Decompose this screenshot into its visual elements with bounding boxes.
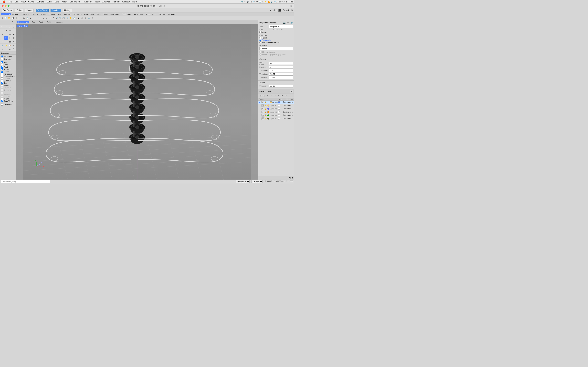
perspective-radio-item[interactable]: Perspective — [259, 39, 293, 41]
smart-track-button[interactable]: SmartTrack — [36, 9, 49, 12]
point-tool[interactable]: · — [0, 28, 4, 32]
menu-edit[interactable]: Edit — [14, 0, 19, 3]
snap-tangent[interactable]: Tangent — [1, 77, 15, 80]
menu-help[interactable]: Help — [131, 0, 138, 3]
menu-tools[interactable]: Tools — [94, 0, 101, 3]
hatch-tool[interactable]: ▨ — [8, 40, 12, 43]
layers-add-button[interactable]: + — [259, 176, 261, 179]
sidebar-toggle[interactable]: ⊞ — [290, 5, 292, 7]
layer-current-dot-02[interactable] — [278, 108, 280, 110]
snap-perpendicular[interactable]: Perpendicular — [1, 75, 15, 77]
zoom-in-btn[interactable]: +🔍 — [62, 17, 65, 20]
layer-lock-03[interactable]: 🔓 — [265, 111, 267, 113]
layer-lock-01[interactable]: 🔓 — [265, 105, 267, 106]
layer-row-01[interactable]: ● 👁 🔓 Layer 01 Continuous ⌄ — [258, 104, 294, 107]
parallel-radio-item[interactable]: Parallel — [259, 37, 293, 39]
shaded-btn[interactable]: ◼ — [77, 17, 80, 20]
window-select-btn[interactable]: ▭ — [45, 17, 48, 20]
color-swatch[interactable] — [278, 9, 281, 12]
x-location-input[interactable] — [269, 69, 293, 72]
snap-on-mesh[interactable]: On mesh — [1, 95, 15, 98]
layer-visibility-default[interactable]: 👁 — [261, 101, 264, 103]
menu-solid[interactable]: Solid — [53, 0, 60, 3]
freeform-tool[interactable]: 〜 — [12, 28, 16, 32]
tab-mesh-tools[interactable]: Mesh Tools — [132, 13, 144, 15]
layout-tool[interactable]: 📋 — [8, 44, 12, 47]
cross-select-btn[interactable]: ✛ — [48, 17, 52, 20]
layer-current-dot-04[interactable] — [278, 114, 280, 116]
snap-on-surface[interactable]: On surface — [1, 89, 15, 91]
one-shot-item[interactable]: One shot — [1, 58, 15, 60]
snap-tangent-checkbox[interactable] — [1, 77, 3, 79]
new-btn[interactable]: 📄 — [4, 17, 7, 20]
snap-midpoint[interactable]: Midpoint — [1, 68, 15, 70]
menu-window[interactable]: Window — [121, 0, 131, 3]
layer-lock-default[interactable]: 🔓 — [265, 101, 267, 103]
layer-row-03[interactable]: ● 👁 🔓 Layer 03 Continuous ⌄ — [258, 110, 294, 114]
menu-view[interactable]: View — [20, 0, 27, 3]
vtab-right[interactable]: Right — [45, 21, 53, 24]
clipping-tool[interactable]: ✂ — [12, 40, 16, 43]
layer-lock-04[interactable]: 🔓 — [265, 114, 267, 116]
search-icon[interactable]: 🔍 — [274, 1, 277, 3]
refresh-icon[interactable]: ↺ — [273, 9, 275, 11]
3d-viewport[interactable]: Perspective — [16, 24, 258, 180]
polyline-tool[interactable]: ╱ — [12, 25, 16, 28]
snap-vertex-checkbox[interactable] — [1, 84, 3, 86]
layers-settings-button[interactable]: ⚙ ▾ — [289, 176, 293, 179]
vtab-top[interactable]: Top — [30, 21, 36, 24]
snap-disable-all-checkbox[interactable] — [1, 104, 3, 106]
cplane-selector[interactable]: CPlane — [251, 180, 262, 183]
snap-perp-checkbox[interactable] — [1, 75, 3, 77]
layer-row-04[interactable]: ● 👁 🔓 Layer 04 Continuous ⌄ — [258, 114, 294, 117]
layer-linetype-chevron-03[interactable]: ⌄ — [292, 111, 293, 113]
transform-tool[interactable]: ↔ — [0, 36, 4, 40]
menu-surface[interactable]: Surface — [35, 0, 45, 3]
text-tool[interactable]: T — [0, 40, 4, 43]
snap-point-checkbox[interactable] — [1, 66, 3, 68]
tab-display[interactable]: Display — [31, 13, 39, 15]
snap-quadrant-checkbox[interactable] — [1, 80, 3, 82]
render-btn[interactable]: ✦ — [84, 17, 87, 20]
checkmark-tool[interactable]: ✓ — [4, 47, 8, 51]
select-btn[interactable]: ↖ — [42, 17, 45, 20]
close-button[interactable] — [2, 5, 4, 7]
layer-help-icon[interactable]: ? — [284, 94, 288, 97]
vtab-perspective[interactable]: Perspective — [17, 21, 29, 24]
ellipse-tool[interactable]: ⬭ — [8, 28, 12, 32]
layer-color-default[interactable] — [267, 101, 269, 103]
settings-tool[interactable]: ⚙ — [8, 47, 12, 51]
minimize-button[interactable] — [5, 5, 7, 7]
mesh-tool[interactable]: ⊠ — [12, 32, 16, 36]
menu-subd[interactable]: SubD — [45, 0, 53, 3]
cut-btn[interactable]: ✂ — [19, 17, 22, 20]
snap-disable-all[interactable]: Disable all — [1, 103, 15, 106]
list-icon[interactable]: ≡ — [12, 21, 15, 24]
script-tool[interactable]: ⌘ — [12, 44, 16, 47]
layers-remove-button[interactable]: − — [261, 176, 263, 179]
parallel-radio[interactable] — [259, 37, 261, 39]
snap-point[interactable]: Point — [1, 66, 15, 68]
persistent-item[interactable]: Persistent — [1, 55, 15, 58]
layer-move-icon[interactable]: ↕ — [274, 94, 277, 97]
expand-icon[interactable]: ⊞ — [291, 9, 293, 11]
layer-linetype-chevron-04[interactable]: ⌄ — [292, 114, 293, 116]
tab-render-tools[interactable]: Render Tools — [144, 13, 158, 15]
apple-menu[interactable]: 🍎 — [1, 0, 6, 3]
layer-visibility-02[interactable]: 👁 — [261, 108, 264, 110]
save-btn[interactable]: 💾 — [11, 17, 14, 20]
zoom-select-btn[interactable]: 🔍 — [59, 17, 62, 20]
open-btn[interactable]: 📂 — [8, 17, 11, 20]
print-btn[interactable]: 🖨 — [14, 17, 18, 20]
layer-current-dot-default[interactable] — [278, 101, 280, 103]
arc-tool[interactable]: ◡ — [8, 25, 12, 28]
units-selector[interactable]: Millimeters — [236, 180, 250, 183]
vtab-layouts[interactable]: Layouts... — [53, 21, 64, 24]
cage-tool[interactable]: ⊟ — [12, 36, 16, 40]
lasso-btn[interactable]: ⬡ — [52, 17, 55, 20]
layer-delete-icon[interactable]: ⊟ — [263, 94, 266, 97]
lens-input[interactable] — [269, 62, 293, 65]
rotate-btn[interactable]: 🔄 — [72, 17, 76, 20]
history-button[interactable]: History — [63, 9, 72, 12]
snap-quadrant[interactable]: Quadrant — [1, 80, 15, 82]
